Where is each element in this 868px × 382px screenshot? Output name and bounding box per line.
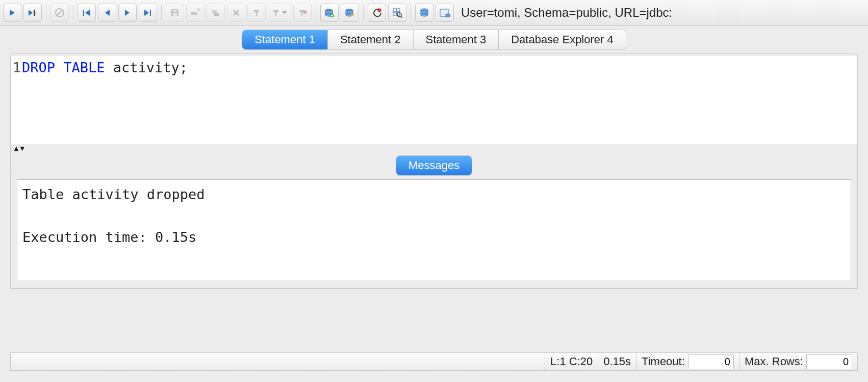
svg-rect-2 [34, 10, 35, 16]
tab-statement-1[interactable]: Statement 1 [242, 30, 328, 49]
svg-point-45 [421, 13, 428, 16]
splitter-handle[interactable]: ▲▼ [11, 144, 857, 152]
commit-button[interactable] [320, 4, 339, 22]
svg-point-41 [397, 13, 401, 17]
line-number-gutter: 1 [11, 56, 22, 144]
svg-marker-22 [273, 10, 279, 16]
svg-point-36 [378, 8, 381, 12]
svg-marker-7 [85, 10, 90, 16]
delete-row-button[interactable] [227, 4, 245, 22]
cursor-position: L:1 C:20 [545, 353, 598, 370]
db-object-button[interactable] [436, 4, 454, 22]
svg-marker-10 [144, 10, 149, 16]
stop-button[interactable] [50, 4, 69, 22]
messages-output[interactable]: Table activity dropped Execution time: 0… [17, 179, 851, 281]
timeout-input[interactable] [688, 354, 734, 369]
svg-marker-8 [105, 10, 110, 16]
maxrows-cell: Max. Rows: [739, 353, 857, 370]
last-record-button[interactable] [139, 4, 157, 22]
connection-string: User=tomi, Schema=public, URL=jdbc: [461, 6, 865, 20]
svg-marker-23 [282, 11, 287, 14]
svg-marker-0 [10, 10, 15, 16]
status-bar: L:1 C:20 0.15s Timeout: Max. Rows: [10, 352, 858, 371]
execute-script-button[interactable] [341, 4, 359, 22]
sql-keyword: DROP TABLE [22, 60, 105, 75]
toolbar-separator [363, 5, 364, 21]
statement-tabs-row: Statement 1 Statement 2 Statement 3 Data… [0, 25, 868, 50]
svg-rect-48 [446, 15, 450, 17]
statement-tabs: Statement 1 Statement 2 Statement 3 Data… [242, 30, 626, 50]
svg-marker-9 [125, 10, 130, 16]
svg-rect-39 [393, 12, 396, 15]
filter-dropdown-button[interactable] [268, 4, 291, 22]
svg-rect-6 [83, 10, 84, 16]
tab-statement-3[interactable]: Statement 3 [414, 30, 499, 49]
svg-text:✎: ✎ [196, 8, 200, 14]
svg-rect-38 [397, 9, 400, 12]
svg-rect-11 [150, 10, 151, 16]
next-record-button[interactable] [118, 4, 137, 22]
tab-messages[interactable]: Messages [396, 156, 472, 175]
svg-text:I: I [35, 10, 37, 16]
sql-editor[interactable]: 1 DROP TABLE activity; [11, 55, 857, 144]
duplicate-row-button[interactable] [207, 4, 225, 22]
svg-line-5 [57, 10, 62, 15]
sql-text: activity; [105, 60, 188, 75]
run-button[interactable] [3, 4, 21, 22]
toolbar-separator [411, 5, 411, 21]
execution-time: 0.15s [598, 353, 636, 370]
toolbar-separator [46, 5, 46, 21]
previous-record-button[interactable] [98, 4, 116, 22]
svg-rect-14 [173, 13, 177, 16]
find-data-button[interactable] [388, 4, 406, 22]
toolbar-separator [316, 5, 316, 21]
rollback-button[interactable] [368, 4, 386, 22]
svg-rect-13 [173, 10, 177, 12]
timeout-label: Timeout: [642, 355, 685, 368]
tab-statement-2[interactable]: Statement 2 [328, 30, 414, 49]
maxrows-input[interactable] [806, 354, 852, 369]
filter-button[interactable] [247, 4, 266, 22]
maxrows-label: Max. Rows: [745, 355, 803, 368]
svg-marker-21 [253, 10, 260, 16]
timeout-cell: Timeout: [636, 353, 739, 370]
db-browser-button[interactable] [415, 4, 433, 22]
result-tabs-row: Messages [11, 152, 857, 176]
messages-panel: Table activity dropped Execution time: 0… [12, 176, 856, 288]
result-tabs: Messages [396, 155, 472, 176]
insert-row-button[interactable]: ✎ [186, 4, 205, 22]
svg-rect-18 [214, 13, 219, 16]
svg-marker-1 [29, 10, 33, 16]
save-button[interactable] [166, 4, 184, 22]
sql-code[interactable]: DROP TABLE activity; [22, 56, 857, 144]
toolbar: I ✎ [0, 0, 868, 25]
toolbar-separator [161, 5, 162, 21]
main-panel: 1 DROP TABLE activity; ▲▼ Messages Table… [10, 53, 858, 289]
run-to-cursor-button[interactable]: I [23, 4, 42, 22]
svg-line-42 [401, 16, 402, 18]
tab-database-explorer[interactable]: Database Explorer 4 [499, 30, 626, 49]
clear-filter-button[interactable] [293, 4, 312, 22]
svg-rect-37 [393, 9, 396, 12]
toolbar-separator [73, 5, 73, 21]
first-record-button[interactable] [78, 4, 96, 22]
